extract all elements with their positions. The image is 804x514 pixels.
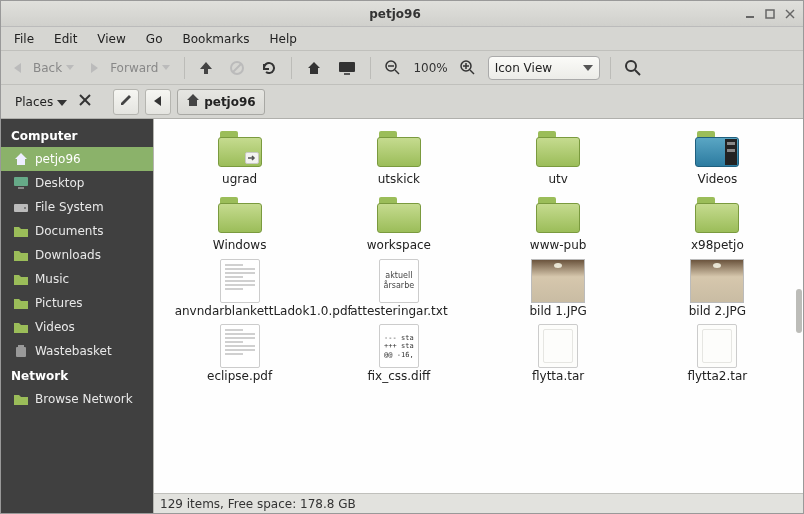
places-label: Places [15, 95, 53, 109]
path-segment-label: petjo96 [204, 95, 256, 109]
scrollbar[interactable] [796, 289, 802, 333]
sidebar-item-home[interactable]: petjo96 [1, 147, 153, 171]
file-label: bild 1.JPG [530, 305, 587, 319]
sidebar-item-pictures[interactable]: Pictures [1, 291, 153, 315]
svg-rect-24 [18, 345, 24, 347]
chevron-down-icon [583, 65, 593, 71]
sidebar-item-downloads[interactable]: Downloads [1, 243, 153, 267]
sidebar-item-filesystem[interactable]: File System [1, 195, 153, 219]
toolbar: Back Forward 100% Icon View [1, 51, 803, 85]
home-icon [13, 151, 29, 167]
forward-button[interactable]: Forward [86, 58, 174, 78]
reload-button[interactable] [257, 57, 281, 79]
close-panel-button[interactable] [79, 94, 91, 109]
file-thumbnail [213, 193, 267, 237]
sidebar-item-label: petjo96 [35, 152, 81, 166]
window-maximize-button[interactable] [763, 7, 777, 21]
sidebar-item-desktop[interactable]: Desktop [1, 171, 153, 195]
path-segment-home[interactable]: petjo96 [177, 89, 265, 115]
monitor-icon [338, 61, 356, 75]
file-item[interactable]: Videos [640, 125, 795, 189]
svg-rect-23 [16, 347, 26, 357]
sidebar-item-music[interactable]: Music [1, 267, 153, 291]
pencil-icon [119, 93, 133, 110]
arrow-right-icon [90, 62, 106, 74]
menu-bookmarks[interactable]: Bookmarks [173, 29, 258, 49]
file-item[interactable]: --- sta +++ sta @@ -16,fix_css.diff [321, 322, 476, 386]
file-thumbnail [531, 127, 585, 171]
statusbar: 129 items, Free space: 178.8 GB [154, 493, 803, 513]
home-button[interactable] [302, 57, 326, 79]
file-item[interactable]: ugrad [162, 125, 317, 189]
window-title: petjo96 [47, 7, 743, 21]
zoom-in-icon [460, 60, 476, 76]
file-item[interactable]: flytta.tar [481, 322, 636, 386]
sidebar-header-network: Network [1, 363, 153, 387]
computer-button[interactable] [334, 58, 360, 78]
sidebar-item-documents[interactable]: Documents [1, 219, 153, 243]
svg-rect-19 [14, 177, 28, 186]
menu-view[interactable]: View [88, 29, 134, 49]
window-close-button[interactable] [783, 7, 797, 21]
file-item[interactable]: utv [481, 125, 636, 189]
file-thumbnail [372, 127, 426, 171]
file-item[interactable]: www-pub [481, 191, 636, 255]
sidebar-item-label: Music [35, 272, 69, 286]
file-item[interactable]: aktuell årsarbeattesteringar.txt [321, 257, 476, 321]
zoom-out-icon [385, 60, 401, 76]
file-item[interactable]: utskick [321, 125, 476, 189]
triangle-left-icon [154, 95, 162, 109]
file-label: x98petjo [691, 239, 744, 253]
chevron-down-icon [57, 95, 67, 109]
window-minimize-button[interactable] [743, 7, 757, 21]
file-item[interactable]: x98petjo [640, 191, 795, 255]
menu-file[interactable]: File [5, 29, 43, 49]
home-icon [306, 60, 322, 76]
path-edit-button[interactable] [113, 89, 139, 115]
search-icon [625, 60, 641, 76]
sidebar-item-browse-network[interactable]: Browse Network [1, 387, 153, 411]
file-label: anvndarblankettLadok1.0.pdf [175, 305, 305, 319]
sidebar-item-videos[interactable]: Videos [1, 315, 153, 339]
chevron-down-icon [162, 65, 170, 71]
sidebar-item-wastebasket[interactable]: Wastebasket [1, 339, 153, 363]
icon-view[interactable]: ugradutskickutvVideosWindowsworkspacewww… [154, 119, 803, 493]
back-label: Back [33, 61, 62, 75]
zoom-in-button[interactable] [456, 57, 480, 79]
search-button[interactable] [621, 57, 645, 79]
file-item[interactable]: workspace [321, 191, 476, 255]
home-icon [186, 93, 200, 110]
main-area: ugradutskickutvVideosWindowsworkspacewww… [153, 119, 803, 513]
back-button[interactable]: Back [9, 58, 78, 78]
menu-go[interactable]: Go [137, 29, 172, 49]
stop-button[interactable] [225, 57, 249, 79]
file-item[interactable]: eclipse.pdf [162, 322, 317, 386]
file-label: workspace [367, 239, 431, 253]
file-thumbnail [690, 324, 744, 368]
folder-icon [13, 319, 29, 335]
arrow-left-icon [13, 62, 29, 74]
arrow-up-icon [199, 61, 213, 75]
file-item[interactable]: bild 1.JPG [481, 257, 636, 321]
menu-help[interactable]: Help [261, 29, 306, 49]
svg-line-16 [635, 70, 640, 75]
places-header[interactable]: Places [9, 93, 73, 111]
sidebar-item-label: File System [35, 200, 104, 214]
svg-line-5 [233, 64, 241, 72]
view-mode-select[interactable]: Icon View [488, 56, 600, 80]
file-item[interactable]: bild 2.JPG [640, 257, 795, 321]
menu-edit[interactable]: Edit [45, 29, 86, 49]
file-item[interactable]: anvndarblankettLadok1.0.pdf [162, 257, 317, 321]
path-prev-button[interactable] [145, 89, 171, 115]
file-item[interactable]: flytta2.tar [640, 322, 795, 386]
menubar: File Edit View Go Bookmarks Help [1, 27, 803, 51]
up-button[interactable] [195, 58, 217, 78]
folder-icon [13, 247, 29, 263]
desktop-icon [13, 175, 29, 191]
file-item[interactable]: Windows [162, 191, 317, 255]
zoom-level[interactable]: 100% [411, 61, 449, 75]
zoom-out-button[interactable] [381, 57, 405, 79]
titlebar: petjo96 [1, 1, 803, 27]
file-thumbnail: aktuell årsarbe [372, 259, 426, 303]
sidebar-header-computer: Computer [1, 123, 153, 147]
